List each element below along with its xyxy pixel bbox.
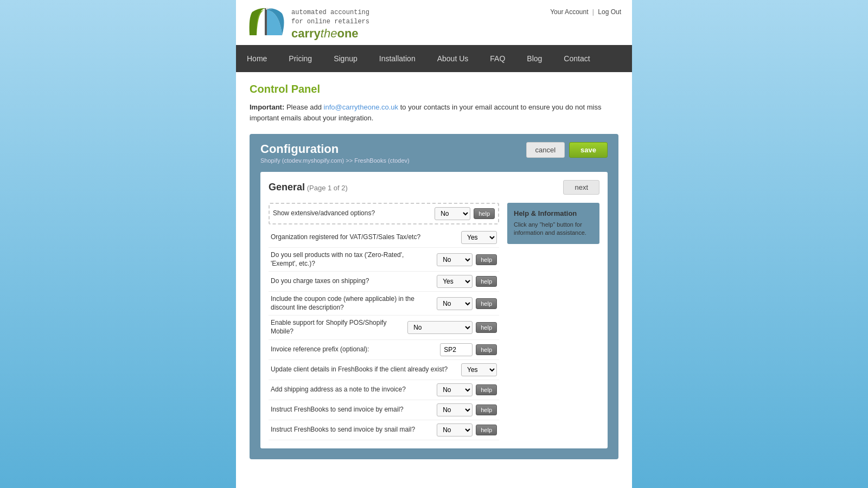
header-links: Your Account | Log Out — [550, 5, 621, 16]
general-title: General — [269, 182, 305, 192]
nav-bar: HomePricingSignupInstallationAbout UsFAQ… — [236, 45, 632, 72]
field-select-8[interactable]: No Yes — [437, 383, 473, 396]
nav-item-home[interactable]: Home — [236, 45, 278, 72]
general-title-area: General (Page 1 of 2) — [269, 182, 348, 193]
form-row-0: Show extensive/advanced options? No Yes … — [269, 203, 499, 224]
logo-icon — [247, 5, 285, 41]
logo-name: carrytheone — [291, 27, 369, 41]
nav-item-blog[interactable]: Blog — [516, 45, 553, 72]
config-title-area: Configuration Shopify (ctodev.myshopify.… — [260, 142, 410, 164]
field-control-3: Yes No help — [437, 275, 497, 288]
next-button[interactable]: next — [563, 180, 599, 195]
form-row-7: Update client details in FreshBooks if t… — [269, 360, 499, 380]
logo-tagline: automated accounting for online retailer… — [291, 8, 369, 27]
header-top: automated accounting for online retailer… — [247, 5, 621, 45]
config-panel: Configuration Shopify (ctodev.myshopify.… — [250, 134, 618, 459]
general-header: General (Page 1 of 2) next — [269, 180, 599, 195]
nav-item-signup[interactable]: Signup — [323, 45, 368, 72]
help-button-6[interactable]: help — [476, 344, 497, 355]
help-button-5[interactable]: help — [476, 322, 497, 333]
field-label-5: Enable support for Shopify POS/Shopify M… — [271, 319, 407, 336]
important-notice: Important: Please add info@carrytheone.c… — [250, 102, 618, 123]
field-control-7: Yes No — [461, 363, 497, 376]
logo-carry: carry — [291, 27, 321, 40]
field-select-0[interactable]: No Yes — [435, 207, 470, 220]
logo-the: the — [321, 27, 337, 40]
field-select-2[interactable]: No Yes — [437, 253, 473, 266]
field-control-8: No Yes help — [437, 383, 497, 396]
help-button-10[interactable]: help — [476, 425, 497, 435]
invoice-prefix-input[interactable] — [440, 343, 473, 356]
nav-item-faq[interactable]: FAQ — [479, 45, 516, 72]
form-row-1: Organization registered for VAT/GST/Sale… — [269, 228, 499, 248]
field-control-5: No Yes help — [407, 321, 497, 334]
form-row-3: Do you charge taxes on shipping? Yes No … — [269, 272, 499, 292]
field-label-7: Update client details in FreshBooks if t… — [271, 365, 461, 374]
tagline-line2: for online retailers — [291, 18, 369, 25]
notice-email-link[interactable]: info@carrytheone.co.uk — [324, 103, 399, 111]
help-button-0[interactable]: help — [474, 208, 495, 219]
form-row-2: Do you sell products with no tax ('Zero-… — [269, 248, 499, 272]
field-control-4: No Yes help — [437, 297, 497, 310]
field-control-10: No Yes help — [437, 423, 497, 436]
config-subtitle: Shopify (ctodev.myshopify.com) >> FreshB… — [260, 157, 410, 164]
field-label-2: Do you sell products with no tax ('Zero-… — [271, 251, 437, 268]
field-select-9[interactable]: No Yes — [437, 403, 473, 416]
field-label-9: Instruct FreshBooks to send invoice by e… — [271, 406, 437, 414]
field-select-1[interactable]: Yes No — [461, 231, 497, 244]
help-button-2[interactable]: help — [476, 254, 497, 265]
logo-one: one — [337, 27, 358, 40]
field-label-0: Show extensive/advanced options? — [273, 209, 435, 218]
nav-item-pricing[interactable]: Pricing — [278, 45, 323, 72]
field-select-7[interactable]: Yes No — [461, 363, 497, 376]
content-area: Control Panel Important: Please add info… — [236, 72, 632, 470]
field-control-1: Yes No — [461, 231, 497, 244]
field-label-6: Invoice reference prefix (optional): — [271, 345, 440, 354]
field-label-4: Include the coupon code (where applicabl… — [271, 295, 437, 312]
field-label-1: Organization registered for VAT/GST/Sale… — [271, 233, 461, 242]
general-section: General (Page 1 of 2) next Show extensiv… — [260, 172, 608, 448]
field-select-10[interactable]: No Yes — [437, 423, 473, 436]
field-label-10: Instruct FreshBooks to send invoice by s… — [271, 426, 437, 434]
help-button-9[interactable]: help — [476, 404, 497, 415]
help-button-8[interactable]: help — [476, 384, 497, 395]
help-panel-title: Help & Information — [514, 209, 593, 217]
log-out-link[interactable]: Log Out — [598, 8, 621, 16]
main-wrapper: automated accounting for online retailer… — [236, 0, 632, 488]
tagline-line1: automated accounting — [291, 9, 369, 16]
config-actions: cancel save — [526, 142, 608, 158]
nav-item-about[interactable]: About Us — [426, 45, 480, 72]
field-control-6: help — [440, 343, 497, 356]
form-row-8: Add shipping address as a note to the in… — [269, 380, 499, 400]
nav-item-contact[interactable]: Contact — [553, 45, 601, 72]
field-select-4[interactable]: No Yes — [437, 297, 473, 310]
field-label-8: Add shipping address as a note to the in… — [271, 386, 437, 394]
form-row-9: Instruct FreshBooks to send invoice by e… — [269, 400, 499, 420]
help-button-4[interactable]: help — [476, 298, 497, 309]
logo-area: automated accounting for online retailer… — [247, 5, 369, 41]
help-panel-text: Click any "help" button for information … — [514, 221, 593, 237]
field-label-3: Do you charge taxes on shipping? — [271, 277, 437, 286]
form-row-5: Enable support for Shopify POS/Shopify M… — [269, 316, 499, 339]
field-select-3[interactable]: Yes No — [437, 275, 473, 288]
field-control-0: No Yes help — [435, 207, 495, 220]
form-row-10: Instruct FreshBooks to send invoice by s… — [269, 420, 499, 440]
form-row-4: Include the coupon code (where applicabl… — [269, 292, 499, 316]
form-body: Show extensive/advanced options? No Yes … — [269, 203, 599, 440]
notice-prefix: Important: — [250, 103, 284, 111]
nav-item-installation[interactable]: Installation — [368, 45, 426, 72]
help-panel: Help & Information Click any "help" butt… — [507, 203, 599, 244]
help-button-3[interactable]: help — [476, 276, 497, 287]
cancel-button[interactable]: cancel — [526, 142, 565, 158]
your-account-link[interactable]: Your Account — [550, 8, 588, 16]
field-control-9: No Yes help — [437, 403, 497, 416]
page-title: Control Panel — [250, 83, 618, 95]
svg-rect-0 — [265, 8, 267, 35]
save-button[interactable]: save — [569, 142, 608, 158]
notice-text: Please add — [286, 103, 324, 111]
field-control-2: No Yes help — [437, 253, 497, 266]
outer-background: automated accounting for online retailer… — [0, 0, 868, 488]
form-fields: Show extensive/advanced options? No Yes … — [269, 203, 499, 440]
header-separator: | — [592, 8, 594, 16]
field-select-5[interactable]: No Yes — [407, 321, 473, 334]
